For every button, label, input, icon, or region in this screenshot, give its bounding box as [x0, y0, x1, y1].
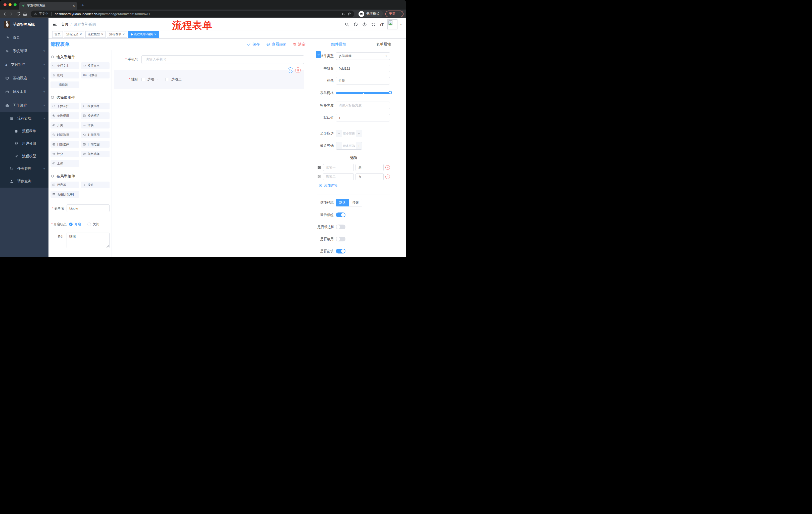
delete-component-button[interactable]	[295, 67, 301, 73]
github-icon[interactable]	[353, 22, 358, 27]
tag-close-icon[interactable]: ✕	[122, 33, 125, 36]
bookmark-star-icon[interactable]	[347, 12, 351, 16]
checkbox-unchecked-icon[interactable]	[141, 78, 145, 81]
slider-handle[interactable]	[388, 91, 392, 94]
link-badge[interactable]	[316, 51, 321, 58]
status-on-radio[interactable]: 开启	[69, 222, 81, 226]
tab-close-icon[interactable]: ×	[73, 4, 75, 8]
incognito-chip[interactable]: 无痕模式	[358, 10, 383, 17]
component-button[interactable]: 按钮	[81, 182, 110, 188]
status-off-radio[interactable]: 关闭	[87, 222, 99, 226]
component-radio-group[interactable]: 单选框组	[51, 112, 79, 119]
minimize-window-button[interactable]	[8, 3, 11, 6]
tag-process-definition[interactable]: 流程定义✕	[64, 31, 84, 38]
component-editor[interactable]: 编辑器	[51, 81, 79, 88]
tag-close-icon[interactable]: ✕	[101, 33, 103, 36]
sidebar-item-process-mgmt[interactable]: 流程管理 ˄	[0, 112, 49, 125]
min-select-input[interactable]: 至少应选	[342, 130, 356, 137]
component-switch[interactable]: 开关	[51, 122, 79, 129]
resize-handle[interactable]	[106, 245, 109, 247]
url-bar[interactable]: 不安全 dashboard.yudao.iocoder.cn/bpm/manag…	[31, 10, 354, 17]
component-date-range[interactable]: 日期范围	[81, 141, 110, 147]
component-multi-line-text[interactable]: 多行文本	[81, 62, 110, 69]
tag-close-icon[interactable]: ✕	[80, 33, 82, 36]
decrease-button[interactable]: −	[336, 142, 342, 150]
close-window-button[interactable]	[3, 3, 6, 6]
sidebar-item-task-mgmt[interactable]: 任务管理 ˅	[0, 162, 49, 175]
gender-option2-checkbox[interactable]: 选项二	[165, 77, 182, 82]
new-tab-button[interactable]: +	[81, 2, 84, 8]
field-name-input[interactable]: field122	[336, 64, 390, 72]
tab-component-props[interactable]: 组件属性	[316, 38, 361, 50]
sidebar-item-process-model[interactable]: 流程模型	[0, 150, 49, 162]
max-select-input[interactable]: 最多可选	[342, 142, 356, 150]
sidebar-item-process-form[interactable]: 流程表单	[0, 125, 49, 137]
component-table[interactable]: 表格[开发中]	[51, 191, 79, 198]
label-width-input[interactable]: 请输入标签宽度	[336, 102, 390, 109]
show-label-switch[interactable]	[336, 213, 345, 217]
component-checkbox-group[interactable]: 多选框组	[81, 112, 110, 119]
sidebar-item-user-group[interactable]: 用户分组	[0, 137, 49, 150]
update-button[interactable]: 更新 ⋮	[385, 10, 404, 17]
component-single-line-text[interactable]: 单行文本	[51, 62, 79, 69]
component-upload[interactable]: 上传	[51, 160, 79, 167]
title-input[interactable]: 性别	[336, 77, 390, 84]
password-key-icon[interactable]	[342, 12, 345, 16]
drag-handle-icon[interactable]	[317, 165, 321, 169]
sidebar-item-infra[interactable]: 基础设施 ˅	[0, 72, 49, 85]
increase-button[interactable]: +	[356, 142, 362, 150]
component-time-picker[interactable]: 时间选择	[51, 132, 79, 138]
border-switch[interactable]	[336, 224, 345, 229]
component-password[interactable]: 密码	[51, 72, 79, 78]
help-icon[interactable]	[362, 22, 367, 27]
component-counter[interactable]: 123计数器	[81, 72, 110, 78]
canvas-phone-field[interactable]: 手机号 请输入手机号	[114, 55, 304, 64]
phone-input[interactable]: 请输入手机号	[141, 55, 304, 64]
remove-option-button[interactable]: −	[385, 174, 390, 179]
drag-handle-icon[interactable]	[317, 175, 321, 179]
option2-value-input[interactable]: 女	[355, 173, 384, 180]
canvas-selected-gender-field[interactable]: 性别 选项一 选项二	[114, 70, 304, 89]
sidebar-item-leave-query[interactable]: 请假查询	[0, 175, 49, 188]
avatar[interactable]	[387, 19, 398, 29]
fullscreen-icon[interactable]	[371, 22, 376, 27]
form-name-input[interactable]: biubiu	[66, 205, 110, 212]
browser-menu-icon[interactable]: ⋮	[398, 12, 401, 16]
component-cascader[interactable]: 级联选择	[81, 103, 110, 109]
reload-icon[interactable]	[16, 12, 20, 16]
clear-button[interactable]: 清空	[293, 42, 306, 47]
form-remark-textarea[interactable]: 嘿嘿	[66, 233, 110, 248]
duplicate-component-button[interactable]	[288, 67, 293, 73]
component-type-select[interactable]: 多选框组 ˅	[336, 52, 390, 60]
search-icon[interactable]	[345, 22, 349, 27]
breadcrumb-home[interactable]: 首页	[61, 22, 68, 27]
style-button-button[interactable]: 按钮	[349, 199, 362, 207]
maximize-window-button[interactable]	[13, 3, 17, 6]
sidebar-item-devtools[interactable]: 研发工具 ˅	[0, 85, 49, 99]
disabled-switch[interactable]	[336, 237, 345, 241]
component-dropdown[interactable]: 下拉选择	[51, 103, 79, 109]
component-rate[interactable]: 评分	[51, 151, 79, 157]
remove-option-button[interactable]: −	[385, 165, 390, 170]
back-icon[interactable]	[2, 12, 7, 16]
tab-form-props[interactable]: 表单属性	[361, 38, 406, 50]
sidebar-logo[interactable]: 芋道管理系统	[0, 18, 49, 31]
forward-icon[interactable]	[9, 12, 13, 16]
url-text[interactable]: dashboard.yudao.iocoder.cn/bpm/manager/f…	[55, 12, 150, 16]
sidebar-item-workflow[interactable]: 工作流程 ˄	[0, 99, 49, 112]
sidebar-item-home[interactable]: 首页	[0, 31, 49, 44]
gender-option1-checkbox[interactable]: 选项一	[141, 77, 158, 82]
form-canvas[interactable]: 手机号 请输入手机号 性别 选项一 选项二	[112, 50, 316, 257]
tag-process-model[interactable]: 流程模型✕	[85, 31, 106, 38]
component-color-picker[interactable]: 颜色选择	[81, 151, 110, 157]
sidebar-collapse-icon[interactable]	[53, 22, 57, 27]
font-size-icon[interactable]: TT	[380, 22, 384, 26]
component-row-container[interactable]: 行容器	[51, 182, 79, 188]
sidebar-item-system[interactable]: 系统管理 ˅	[0, 44, 49, 58]
browser-tab[interactable]: 芋道管理系统 ×	[19, 2, 77, 9]
component-slider[interactable]: 滑块	[81, 122, 110, 129]
add-option-button[interactable]: 添加选项	[319, 183, 390, 188]
sidebar-item-payment[interactable]: ¥ 支付管理 ˅	[0, 58, 49, 72]
home-icon[interactable]	[23, 12, 27, 16]
tag-close-icon[interactable]: ✕	[154, 33, 156, 36]
